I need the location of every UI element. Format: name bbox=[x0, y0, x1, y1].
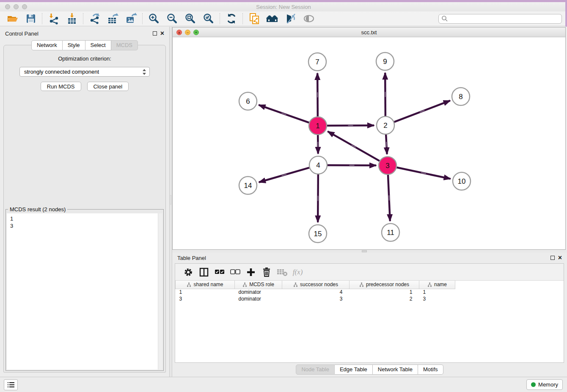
table-row[interactable]: 1dominator411 bbox=[176, 289, 564, 295]
control-panel-title: Control Panel bbox=[5, 30, 39, 37]
column-header-successor-nodes[interactable]: successor nodes bbox=[282, 281, 350, 289]
graph-node-3[interactable]: 3 bbox=[379, 157, 396, 174]
open-session-icon[interactable] bbox=[3, 12, 22, 25]
close-table-panel-icon[interactable]: × bbox=[558, 256, 562, 260]
control-tab-0[interactable]: Network bbox=[31, 40, 63, 50]
network-canvas[interactable]: 1234678910111415 bbox=[173, 37, 565, 249]
column-header-predecessor-nodes[interactable]: predecessor nodes bbox=[350, 281, 419, 289]
add-column-icon[interactable] bbox=[243, 265, 259, 279]
control-tab-3[interactable]: MCDS bbox=[111, 40, 138, 50]
control-panel-tabs: Network Style Select MCDS bbox=[0, 40, 169, 50]
node-label: 14 bbox=[244, 182, 252, 190]
splitter-grip[interactable] bbox=[362, 250, 367, 252]
save-session-icon[interactable] bbox=[22, 12, 40, 25]
graph-node-2[interactable]: 2 bbox=[377, 116, 394, 134]
column-header-MCDS-role[interactable]: MCDS role bbox=[235, 281, 282, 289]
network-graph: 1234678910111415 bbox=[173, 37, 565, 249]
memory-button[interactable]: Memory bbox=[526, 379, 563, 390]
edge-label-mark bbox=[386, 142, 387, 147]
show-hide-eye-icon[interactable] bbox=[300, 12, 318, 25]
table-cell[interactable]: 3 bbox=[419, 295, 455, 302]
table-tab-2[interactable]: Network Table bbox=[373, 364, 418, 375]
app-window: Session: New Session bbox=[0, 0, 567, 392]
table-cell[interactable]: 1 bbox=[176, 289, 235, 295]
table-cell[interactable]: 2 bbox=[350, 295, 419, 302]
window-title: Session: New Session bbox=[0, 4, 567, 10]
graphics-details-icon[interactable] bbox=[281, 12, 300, 25]
control-tab-1[interactable]: Style bbox=[63, 40, 85, 50]
delete-column-icon[interactable] bbox=[259, 265, 274, 279]
table-tab-0[interactable]: Node Table bbox=[296, 364, 335, 375]
table-cell[interactable]: 3 bbox=[282, 295, 350, 302]
export-table-icon[interactable] bbox=[104, 12, 122, 25]
graph-node-14[interactable]: 14 bbox=[239, 177, 257, 194]
graph-node-4[interactable]: 4 bbox=[309, 156, 327, 174]
table-tab-1[interactable]: Edge Table bbox=[335, 364, 373, 375]
run-mcds-button[interactable]: Run MCDS bbox=[41, 82, 81, 91]
table-cell[interactable]: 1 bbox=[419, 289, 455, 295]
row-filler bbox=[455, 289, 564, 295]
network-close-button[interactable]: x bbox=[176, 30, 182, 35]
graph-node-11[interactable]: 11 bbox=[382, 224, 399, 241]
zoom-out-icon[interactable] bbox=[163, 12, 181, 25]
control-panel-header: Control Panel × bbox=[0, 27, 169, 40]
node-label: 11 bbox=[387, 229, 394, 237]
zoom-selected-icon[interactable] bbox=[199, 12, 217, 25]
graph-node-6[interactable]: 6 bbox=[239, 92, 257, 110]
table-row[interactable]: 3dominator323 bbox=[176, 295, 564, 302]
main-toolbar bbox=[0, 11, 567, 26]
network-minimize-button[interactable]: – bbox=[185, 30, 190, 35]
settings-gear-icon[interactable] bbox=[180, 265, 196, 279]
status-bar: Memory bbox=[0, 377, 567, 392]
export-image-icon[interactable] bbox=[122, 12, 140, 25]
search-input[interactable] bbox=[448, 15, 559, 23]
graph-node-9[interactable]: 9 bbox=[376, 52, 394, 70]
horizontal-splitter[interactable] bbox=[172, 250, 567, 253]
float-panel-icon[interactable] bbox=[153, 31, 157, 36]
close-panel-button[interactable]: Close panel bbox=[87, 82, 129, 91]
toolbar-separator bbox=[42, 13, 42, 24]
graph-node-8[interactable]: 8 bbox=[452, 88, 470, 105]
import-table-icon[interactable] bbox=[63, 12, 81, 25]
refresh-layout-icon[interactable] bbox=[222, 12, 240, 25]
node-label: 6 bbox=[246, 97, 250, 105]
table-container: f(x) shared nameMCDS rolesuccessor nodes… bbox=[175, 263, 564, 363]
node-label: 7 bbox=[315, 58, 319, 66]
graph-node-1[interactable]: 1 bbox=[309, 117, 327, 135]
table-cell[interactable]: dominator bbox=[235, 289, 282, 295]
close-panel-icon[interactable]: × bbox=[160, 31, 164, 36]
task-history-button[interactable] bbox=[4, 379, 18, 390]
graph-node-7[interactable]: 7 bbox=[308, 53, 326, 71]
table-cell[interactable]: 1 bbox=[350, 289, 419, 295]
network-maximize-button[interactable]: + bbox=[193, 30, 199, 35]
criterion-select[interactable]: strongly connected component bbox=[19, 67, 150, 77]
duplicate-network-icon[interactable] bbox=[245, 12, 263, 25]
birdseye-view-icon[interactable] bbox=[263, 12, 281, 25]
table-cell[interactable]: 4 bbox=[282, 289, 350, 295]
export-network-icon[interactable] bbox=[85, 12, 104, 25]
splitter-grip[interactable] bbox=[170, 195, 171, 204]
control-tab-2[interactable]: Select bbox=[85, 40, 111, 50]
deselect-all-icon[interactable] bbox=[227, 265, 243, 279]
zoom-fit-icon[interactable] bbox=[181, 12, 199, 25]
select-all-check-icon[interactable] bbox=[212, 265, 227, 279]
table-tab-3[interactable]: Motifs bbox=[418, 364, 443, 375]
import-network-icon[interactable] bbox=[44, 12, 63, 25]
table-cell[interactable]: dominator bbox=[235, 295, 282, 302]
column-header-shared-name[interactable]: shared name bbox=[176, 281, 235, 289]
float-table-panel-icon[interactable] bbox=[550, 256, 555, 260]
vertical-splitter[interactable] bbox=[169, 27, 172, 377]
table-cell[interactable]: 3 bbox=[176, 295, 235, 302]
graph-node-10[interactable]: 10 bbox=[453, 172, 471, 190]
table-toolbar: f(x) bbox=[175, 264, 564, 281]
mcds-result-area: 1 3 bbox=[7, 213, 162, 370]
toggle-column-panel-icon[interactable] bbox=[196, 265, 212, 279]
search-field[interactable] bbox=[438, 14, 562, 24]
result-scrollbar[interactable] bbox=[158, 213, 162, 370]
graph-node-15[interactable]: 15 bbox=[309, 225, 327, 243]
zoom-in-icon[interactable] bbox=[145, 12, 163, 25]
function-builder-disabled-icon: f(x) bbox=[290, 265, 306, 279]
column-header-name[interactable]: name bbox=[419, 281, 455, 289]
titlebar: Session: New Session bbox=[0, 2, 567, 11]
node-label: 1 bbox=[316, 122, 319, 130]
